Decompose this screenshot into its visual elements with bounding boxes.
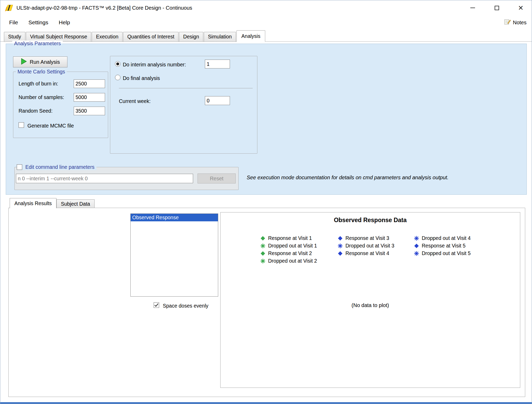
results-listbox[interactable]: Observed Response [130,213,218,297]
diamond-marker-icon [414,243,419,249]
asterisk-marker-icon [260,258,265,264]
edit-cmd-label: Edit command line parameters [25,164,94,170]
seed-input[interactable] [74,107,105,115]
edit-cmd-checkbox[interactable] [17,164,22,170]
main-tab-strip: Study Virtual Subject Response Execution… [0,31,532,42]
tab-design[interactable]: Design [179,32,203,42]
menu-help[interactable]: Help [54,17,75,28]
final-analysis-label: Do final analysis [123,75,160,81]
maximize-icon [495,6,499,10]
window-title: ULStr-adapt-pv-02-98-tmp - FACTS™ v6.2 [… [16,5,192,11]
diamond-marker-icon [260,251,265,256]
generate-mcmc-label: Generate MCMC file [27,123,74,129]
samples-label: Number of samples: [19,94,64,100]
notes-label: Notes [513,20,527,26]
asterisk-marker-icon [260,243,265,249]
legend-item: Response at Visit 2 [260,250,317,257]
interim-analysis-radio[interactable] [115,61,120,67]
space-doses-checkbox[interactable] [154,302,159,308]
asterisk-marker-icon [338,243,343,249]
diamond-marker-icon [260,236,265,241]
app-logo-icon [4,4,13,12]
legend-label: Dropped out at Visit 2 [268,258,317,264]
legend-item: Response at Visit 4 [338,250,394,257]
legend-item: Dropped out at Visit 5 [414,250,471,257]
run-analysis-button[interactable]: Run Analysis [13,56,67,67]
asterisk-marker-icon [414,236,419,241]
asterisk-marker-icon [414,251,419,256]
monte-carlo-caption: Monte Carlo Settings [16,69,67,75]
menu-bar: File Settings Help [0,15,532,30]
run-analysis-label: Run Analysis [30,59,60,65]
generate-mcmc-checkbox[interactable] [19,122,24,128]
diamond-marker-icon [338,236,343,241]
analysis-mode-groupbox: Do interim analysis number: Do final ana… [110,56,257,154]
close-icon: ✕ [518,5,524,11]
notes-icon [504,19,511,26]
monte-carlo-groupbox: Monte Carlo Settings Length of burn in: … [13,72,108,138]
window-controls: ✕ [456,0,529,15]
legend-item: Dropped out at Visit 3 [338,242,394,250]
maximize-button[interactable] [489,0,505,15]
close-button[interactable]: ✕ [513,0,529,15]
legend-item: Response at Visit 1 [260,234,317,242]
tab-execution[interactable]: Execution [92,32,123,42]
final-analysis-radio[interactable] [115,75,120,80]
legend-column-3: Dropped out at Visit 4 Response at Visit… [414,234,471,257]
burn-in-input[interactable] [74,79,105,88]
tab-analysis[interactable]: Analysis [236,30,265,42]
tab-simulation[interactable]: Simulation [204,32,236,42]
tab-subject-data[interactable]: Subject Data [56,199,95,208]
current-week-input[interactable] [205,96,230,105]
analysis-parameters-panel: Analysis Parameters Run Analysis Monte C… [6,44,527,195]
analysis-parameters-caption: Analysis Parameters [12,41,63,47]
window-bottom-border [0,402,532,404]
legend-item: Response at Visit 3 [338,234,394,242]
legend-label: Dropped out at Visit 5 [422,250,471,256]
legend-column-1: Response at Visit 1 Dropped out at Visit… [260,234,317,265]
legend-column-2: Response at Visit 3 Dropped out at Visit… [338,234,394,257]
tab-analysis-results[interactable]: Analysis Results [10,198,56,208]
minimize-button[interactable] [465,0,481,15]
tab-quantities-of-interest[interactable]: Quantities of Interest [123,32,178,42]
observed-response-plot: Observed Response Data Response at Visit… [220,212,520,388]
title-bar: ULStr-adapt-pv-02-98-tmp - FACTS™ v6.2 [… [0,0,532,15]
legend-item: Response at Visit 5 [414,242,471,250]
burn-in-label: Length of burn in: [19,81,58,87]
legend-label: Dropped out at Visit 3 [345,243,394,249]
minimize-icon [470,8,475,8]
diamond-marker-icon [338,251,343,256]
plot-title: Observed Response Data [221,217,520,224]
legend-label: Response at Visit 3 [345,235,389,241]
legend-label: Dropped out at Visit 1 [268,243,317,249]
menu-file[interactable]: File [4,17,23,28]
seed-label: Random Seed: [19,108,53,114]
legend-item: Dropped out at Visit 2 [260,257,317,265]
analysis-results-page: Observed Response Space doses evenly Obs… [8,208,525,397]
notes-button[interactable]: Notes [504,15,527,30]
app-window: ULStr-adapt-pv-02-98-tmp - FACTS™ v6.2 [… [0,0,532,404]
cmd-parameters-groupbox: Edit command line parameters Reset [14,167,239,190]
legend-label: Response at Visit 5 [422,243,466,249]
legend-item: Dropped out at Visit 1 [260,242,317,250]
legend-label: Dropped out at Visit 4 [422,235,471,241]
mode-separator [119,88,253,88]
samples-input[interactable] [74,93,105,102]
no-data-message: (No data to plot) [221,302,520,308]
legend-label: Response at Visit 2 [268,250,312,256]
execution-mode-note: See execution mode documentation for det… [247,175,449,181]
reset-button[interactable]: Reset [198,174,236,183]
space-doses-label: Space doses evenly [163,303,209,309]
interim-number-input[interactable] [205,60,230,68]
cmd-line-input[interactable] [16,174,193,183]
current-week-label: Current week: [119,98,151,104]
reset-label: Reset [210,176,223,182]
play-icon [21,58,27,66]
interim-analysis-label: Do interim analysis number: [123,62,186,68]
legend-label: Response at Visit 1 [268,235,312,241]
legend-item: Dropped out at Visit 4 [414,234,471,242]
legend-label: Response at Visit 4 [345,250,389,256]
list-item-observed-response[interactable]: Observed Response [131,214,218,221]
menu-settings[interactable]: Settings [23,17,54,28]
